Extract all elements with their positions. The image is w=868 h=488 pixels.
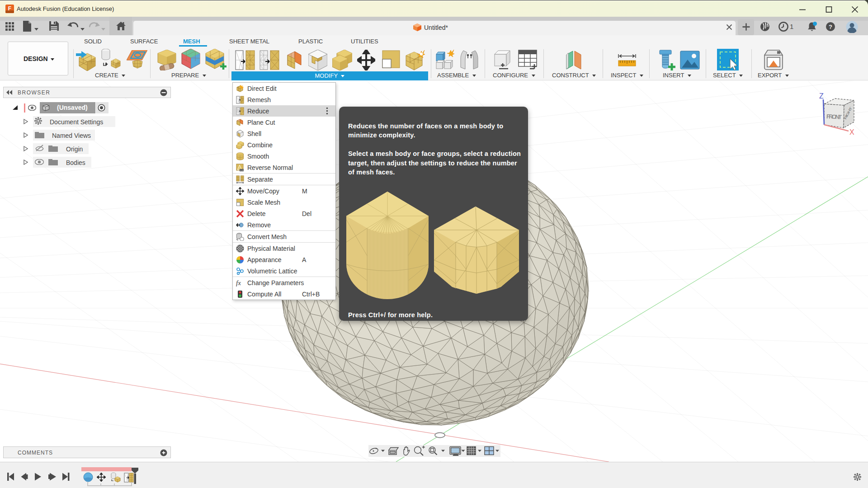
svg-text:?: ? xyxy=(829,23,832,30)
svg-text:fx: fx xyxy=(236,279,241,286)
svg-text:FRONT: FRONT xyxy=(826,113,842,121)
svg-text:X: X xyxy=(849,128,854,136)
svg-text:F: F xyxy=(8,5,11,12)
svg-text:Z: Z xyxy=(819,92,824,100)
